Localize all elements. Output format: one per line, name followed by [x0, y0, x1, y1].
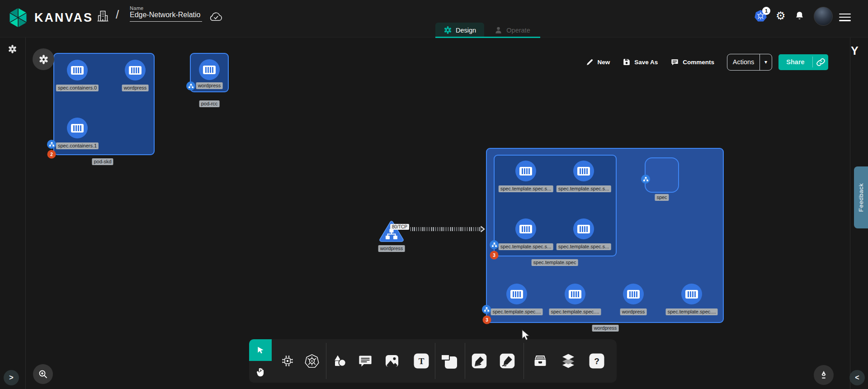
right-panel-collapse-button[interactable]: < [849, 370, 865, 385]
container-icon [569, 290, 581, 299]
cloud-saved-icon [209, 11, 223, 24]
link-icon [816, 57, 826, 67]
node-container[interactable] [681, 284, 702, 304]
canvas-action-bar: New Save As Comments Actions ▾ Share [586, 54, 828, 70]
node-container[interactable] [515, 218, 536, 239]
kanvas-logo[interactable]: KANVAS [7, 6, 93, 29]
magnifier-plus-icon [38, 369, 48, 380]
group-relation-icon[interactable] [47, 140, 56, 149]
actions-dropdown-button[interactable]: Actions ▾ [727, 54, 772, 71]
help-tool[interactable]: ? [590, 354, 604, 369]
drawer-icon [533, 354, 548, 368]
service-triangle-icon [378, 220, 405, 243]
node-container[interactable] [573, 161, 594, 181]
group-pod-skd[interactable]: spec.containers.0 wordpress spec.contain… [53, 53, 155, 155]
freehand-draw-tool[interactable] [500, 354, 515, 369]
image-tool[interactable] [385, 354, 399, 368]
menu-hamburger-icon[interactable] [839, 11, 851, 23]
container-icon [577, 167, 590, 176]
node-label: spec.template.spec.... [549, 308, 601, 315]
node-label: wordpress [378, 245, 405, 252]
group-relation-icon[interactable] [641, 175, 650, 184]
pan-tool[interactable] [249, 361, 272, 383]
chip-icon [281, 354, 294, 368]
text-tool[interactable]: T [414, 354, 429, 369]
container-icon [519, 225, 532, 233]
group-relation-icon[interactable] [490, 240, 499, 249]
node-label: wordpress [620, 308, 647, 315]
shapes-tool[interactable] [333, 354, 347, 368]
group-spec-template-spec[interactable]: spec.template.spec.s... spec.template.sp… [494, 155, 617, 256]
node-shape-tool[interactable] [441, 353, 457, 369]
breadcrumb-separator: / [116, 8, 119, 22]
user-avatar[interactable] [814, 7, 833, 26]
comments-label: Comments [683, 59, 714, 66]
group-pod-rcc[interactable]: wordpress pod-rcc [190, 53, 229, 92]
help-glyph: ? [594, 356, 599, 366]
toolbar-divider [465, 343, 465, 379]
group-relation-icon[interactable] [186, 81, 195, 90]
node-service-wordpress[interactable]: 80/TCP wordpress [378, 220, 405, 248]
share-button[interactable]: Share [778, 54, 828, 70]
cursor-tool-icon [256, 346, 265, 355]
select-tool[interactable] [249, 339, 272, 361]
meshery-spinner-icon[interactable] [8, 44, 17, 56]
group-deployment-wordpress[interactable]: spec.template.spec.s... spec.template.sp… [486, 148, 724, 323]
layers-tool[interactable] [561, 354, 576, 368]
pen-mode-button[interactable] [814, 365, 834, 385]
freehand-pen-icon [500, 354, 515, 369]
node-spec[interactable]: spec [645, 157, 679, 193]
tab-operate[interactable]: Operate [484, 23, 540, 38]
design-name-field: Name [130, 5, 202, 22]
app-header: KANVAS / Name Design Operate [0, 0, 868, 38]
toolbar-divider [326, 343, 326, 379]
save-as-label: Save As [634, 59, 658, 66]
kubernetes-tool[interactable] [305, 354, 320, 369]
save-as-button[interactable]: Save As [623, 58, 658, 66]
settings-gear-icon[interactable]: ⚙ [776, 9, 786, 22]
drawer-tool[interactable] [533, 354, 548, 368]
network-edge[interactable] [410, 227, 481, 231]
node-container[interactable] [506, 284, 527, 304]
caret-down-icon[interactable]: ▾ [760, 59, 772, 65]
components-tool[interactable] [281, 354, 294, 368]
copy-link-button[interactable] [813, 57, 828, 67]
canvas-widget-button[interactable] [33, 48, 54, 70]
left-panel-expand-button[interactable]: > [4, 370, 19, 385]
tab-design[interactable]: Design [435, 23, 484, 38]
container-icon [510, 290, 523, 299]
new-button[interactable]: New [586, 58, 610, 66]
feedback-tab[interactable]: Feedback [854, 166, 868, 228]
node-container[interactable] [623, 284, 644, 304]
container-icon [203, 66, 216, 74]
tab-design-label: Design [456, 27, 476, 34]
node-container[interactable] [67, 60, 88, 81]
group-label: wordpress [592, 325, 619, 332]
comment-bubble-icon [358, 354, 373, 368]
mode-tabs: Design Operate [435, 23, 540, 38]
edge-draw-tool[interactable] [472, 354, 487, 369]
node-container[interactable] [125, 60, 146, 81]
shapes-icon [333, 354, 347, 368]
design-name-input[interactable] [130, 11, 202, 22]
node-container[interactable] [67, 118, 88, 138]
node-container[interactable] [565, 284, 585, 304]
help-tool-box: ? [590, 354, 604, 369]
node-container[interactable] [573, 218, 594, 239]
group-count-badge[interactable]: 3 [483, 316, 491, 324]
edge-arrowhead-icon [480, 226, 485, 232]
toolbar-divider [435, 343, 435, 379]
group-count-badge[interactable]: 3 [490, 251, 499, 260]
node-container[interactable] [199, 59, 220, 80]
image-icon [385, 354, 399, 368]
organization-icon[interactable] [97, 10, 109, 24]
zoom-in-button[interactable] [33, 364, 53, 384]
notifications-bell-icon[interactable] [794, 10, 805, 23]
group-relation-icon[interactable] [482, 305, 491, 314]
comment-tool[interactable] [358, 354, 373, 368]
node-container[interactable] [515, 161, 536, 181]
group-count-badge[interactable]: 2 [47, 150, 56, 159]
comments-button[interactable]: Comments [670, 58, 714, 66]
container-icon [627, 290, 640, 299]
yaml-panel-toggle[interactable]: Y [851, 44, 859, 57]
